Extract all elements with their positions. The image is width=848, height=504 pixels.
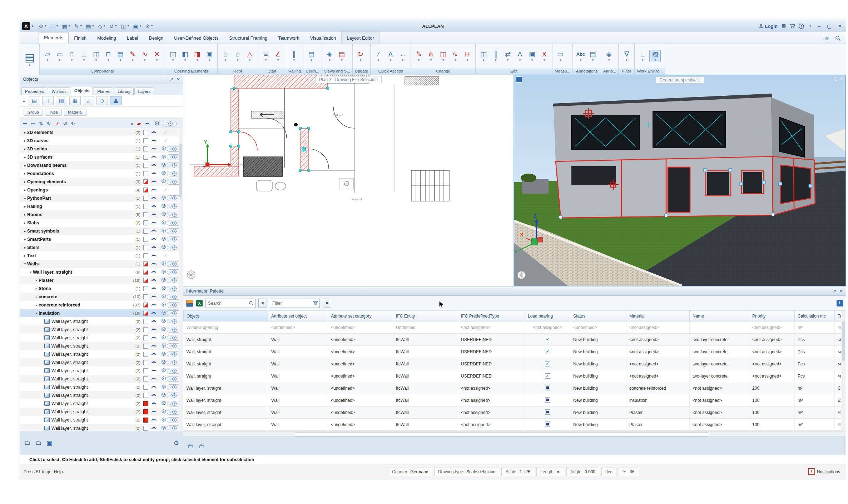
visible-eye-icon[interactable] <box>151 163 157 168</box>
sync-icon[interactable]: ↻ <box>47 121 51 126</box>
cell-material[interactable]: <not assigned> <box>626 334 690 346</box>
convert-icon[interactable]: ✎▼ <box>127 50 138 62</box>
perspective-view-title[interactable]: Central perspective:1 <box>656 76 704 84</box>
cell-attribute-set-object[interactable]: Wall <box>268 346 328 358</box>
cell-name[interactable]: <not assigned> <box>690 419 749 431</box>
load-bearing-checkbox[interactable]: ✓ <box>545 373 550 379</box>
resize-icon[interactable]: ▣▼ <box>527 50 537 62</box>
cube-3d-icon[interactable] <box>161 417 166 423</box>
cell-attribute-set-object[interactable]: Wall <box>268 358 328 370</box>
expand-arrow-icon[interactable]: ▸ <box>23 221 27 225</box>
perspective-viewport[interactable]: Z X Y Central perspective:1 ▢ ✕ <box>514 75 846 286</box>
cell-attribute-set-object[interactable]: Wall <box>268 394 328 406</box>
selection-checkbox[interactable] <box>143 418 148 423</box>
dimension-icon[interactable]: ↔▼ <box>397 50 408 62</box>
cell-attribute-set-object[interactable]: <undefined> <box>268 321 328 334</box>
line-icon[interactable]: ∕▼ <box>373 50 384 62</box>
dropdown-caret-icon[interactable]: ▼ <box>559 59 562 62</box>
visible-eye-icon[interactable] <box>151 245 157 250</box>
apply-stamp-plus-icon[interactable]: 🗀︎ <box>35 439 41 446</box>
cell-name[interactable] <box>690 321 749 334</box>
project-list-icon[interactable]: ≣▼ <box>50 24 60 29</box>
cell-material[interactable]: <not assigned> <box>626 321 690 334</box>
selection-checkbox[interactable] <box>143 155 148 160</box>
component-delete-icon[interactable]: ✕▼ <box>152 50 162 62</box>
search-input[interactable] <box>207 300 247 306</box>
align-icon[interactable]: ∥▼ <box>490 50 501 62</box>
cube-3d-icon[interactable] <box>161 244 166 250</box>
column-header-attribute-set-object[interactable]: Attribute set object <box>268 311 328 321</box>
sort-by-group-button[interactable]: Group <box>24 109 43 116</box>
column-header-ifc-predefinedtype[interactable]: IFC PredefinedType <box>458 311 525 321</box>
visible-eye-icon[interactable] <box>151 352 157 357</box>
material-tag-icon[interactable]: ◇ <box>96 96 108 105</box>
visible-eye-icon[interactable] <box>151 138 157 143</box>
selection-checkbox[interactable] <box>143 278 148 283</box>
selection-checkbox[interactable] <box>143 376 148 381</box>
cube-3d-icon[interactable] <box>161 368 166 374</box>
visible-eye-icon[interactable] <box>151 401 157 406</box>
cube-3d-icon[interactable] <box>161 154 166 160</box>
cell-ifc-entity[interactable]: Undefined <box>393 321 458 334</box>
expand-arrow-icon[interactable]: ▾ <box>29 270 33 274</box>
cube-3d-icon[interactable] <box>161 326 166 333</box>
cell-priority[interactable]: <not assigned> <box>749 321 795 334</box>
selection-checkbox[interactable] <box>143 212 148 217</box>
edit-slash-icon[interactable]: ∕ <box>165 130 166 135</box>
cell-name[interactable]: two-layer concrete <box>690 334 749 346</box>
dropdown-caret-icon[interactable]: ▼ <box>430 59 432 62</box>
cell-attribute-set-category[interactable]: <undefined> <box>328 321 393 334</box>
visible-eye-icon[interactable] <box>151 409 157 414</box>
cube-3d-icon[interactable] <box>161 376 166 382</box>
cube-3d-icon[interactable] <box>161 343 166 349</box>
view-close-button[interactable]: ✕ <box>840 76 843 81</box>
edit-slash-icon[interactable]: ∕ <box>165 187 166 193</box>
expand-arrow-icon[interactable]: ▸ <box>23 131 27 134</box>
selection-checkbox[interactable] <box>143 327 148 332</box>
status-angle[interactable]: Angle:0.000 <box>566 468 599 476</box>
cell-object[interactable]: Wall, straight <box>184 370 268 382</box>
compass-icon[interactable]: ◇▼ <box>98 24 107 29</box>
expand-arrow-icon[interactable]: ▸ <box>23 238 27 241</box>
cell-ifc-entity[interactable]: IfcWall <box>393 419 458 431</box>
column-header-ifc-entity[interactable]: IFC Entity <box>393 311 458 321</box>
column-icon[interactable]: ▯▼ <box>66 50 77 62</box>
tree-row[interactable]: Wall layer, straight(2)∕i <box>20 416 183 424</box>
visible-eye-icon[interactable] <box>151 327 157 332</box>
match-icon[interactable]: ▭ <box>31 121 35 126</box>
load-bearing-checkbox[interactable] <box>545 385 550 390</box>
dropdown-caret-icon[interactable]: ▼ <box>208 59 211 62</box>
expand-arrow-icon[interactable]: ▸ <box>23 213 27 216</box>
expand-arrow-icon[interactable]: ▸ <box>23 139 27 143</box>
cell-ifc-entity[interactable]: IfcWall <box>393 346 458 358</box>
login-button[interactable]: Login <box>759 24 778 29</box>
dropdown-caret-icon[interactable]: ▼ <box>579 59 582 62</box>
tree-row[interactable]: Wall layer, straight(2)∕i <box>20 350 183 358</box>
visible-eye-icon[interactable] <box>151 303 157 308</box>
dropdown-caret-icon[interactable]: ▼ <box>442 59 445 62</box>
expand-arrow-icon[interactable]: ▸ <box>34 303 39 307</box>
cube-3d-icon[interactable] <box>161 400 166 406</box>
cell-attribute-set-category[interactable]: <undefined> <box>328 419 393 431</box>
dropdown-caret-icon[interactable]: ▼ <box>359 59 362 62</box>
cube-3d-icon[interactable] <box>161 409 166 415</box>
visible-eye-icon[interactable] <box>151 418 157 423</box>
print-icon[interactable]: ▤▼ <box>86 24 95 29</box>
selection-checkbox[interactable] <box>143 294 148 299</box>
tree-row[interactable]: Wall layer, straight(2)∕i <box>20 391 183 399</box>
table-row[interactable]: Wall layer, straightWall<undefined>IfcWa… <box>184 406 846 419</box>
cell-status[interactable]: New building <box>570 382 626 394</box>
cell-name[interactable]: two-layer concrete <box>690 370 749 382</box>
cell-load-bearing[interactable]: ✓ <box>525 358 570 370</box>
tree-row[interactable]: Wall layer, straight(2)∕i <box>20 408 183 416</box>
dormer-icon[interactable]: △▼ <box>244 50 255 62</box>
cell-status[interactable]: New building <box>570 346 626 358</box>
restore-button[interactable]: ▢ <box>825 23 833 29</box>
tree-row[interactable]: ▸Opening elements(3)∕i <box>20 178 183 186</box>
cube-3d-icon[interactable] <box>161 335 166 341</box>
beam-icon[interactable]: ▭▼ <box>54 50 65 62</box>
dropdown-caret-icon[interactable]: ▼ <box>641 59 644 62</box>
expand-arrow-icon[interactable]: ▸ <box>23 188 27 192</box>
dropdown-caret-icon[interactable]: ▼ <box>248 59 251 62</box>
load-bearing-checkbox[interactable]: ✓ <box>545 361 550 366</box>
